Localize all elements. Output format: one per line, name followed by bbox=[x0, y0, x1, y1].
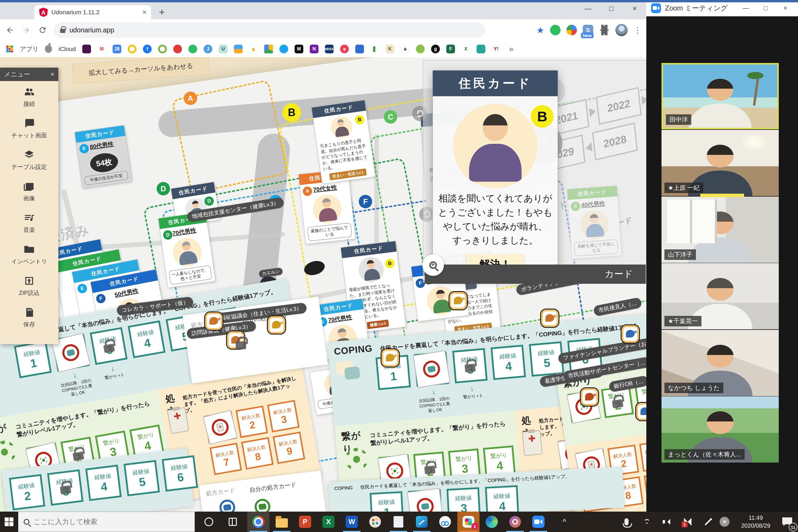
bookmark-j-icon[interactable]: J bbox=[204, 45, 212, 53]
exp-box-2[interactable]: 経験値2 bbox=[408, 489, 442, 512]
bookmark-m-icon[interactable]: M bbox=[294, 45, 303, 53]
tray-network[interactable] bbox=[638, 512, 656, 532]
kaiketsu-box-7[interactable]: 解決人数7 bbox=[209, 443, 242, 475]
exp-box-3[interactable]: 経験値3 bbox=[90, 327, 128, 365]
kaiketsu-box-8[interactable]: 解決人数8 bbox=[241, 437, 273, 470]
bookmark-bear-icon[interactable] bbox=[355, 45, 364, 53]
bookmark-f-icon[interactable]: F bbox=[446, 45, 455, 53]
resident-card-b1[interactable]: 住民カード B 引きこもりの息子と同居。自分が死んだら息子がどうなってしまうのか… bbox=[311, 100, 375, 184]
coping-token-chip[interactable] bbox=[407, 488, 443, 512]
maximize-button[interactable]: □ bbox=[600, 0, 623, 17]
exp-box-6[interactable]: 経験値6 bbox=[162, 455, 198, 492]
coping-token-chip[interactable] bbox=[413, 350, 450, 387]
menu-item-zip-load[interactable]: ZIP読込 bbox=[0, 270, 58, 302]
show-hidden-icons[interactable]: ^ bbox=[554, 512, 575, 532]
exp-box-4[interactable]: 経験値4 bbox=[85, 464, 121, 501]
bookmark-nikkei-icon[interactable]: NIKKEI bbox=[325, 45, 334, 53]
tray-dropbox[interactable]: 1 bbox=[679, 512, 697, 532]
bookmark-apps[interactable]: アプリ bbox=[20, 45, 38, 53]
exp-box-3[interactable]: 経験値3 bbox=[452, 348, 487, 383]
bookmark-analytics-icon[interactable]: ▮ bbox=[249, 45, 258, 53]
sticky-note[interactable]: 拡大してみる→カーソルをあわせる bbox=[72, 57, 210, 84]
bookmark-amazon-icon[interactable]: a bbox=[401, 45, 410, 53]
bookmark-coins-icon[interactable] bbox=[416, 45, 425, 53]
menu-item-save[interactable]: 保存 bbox=[0, 302, 58, 333]
exp-box-4[interactable]: 経験値4 bbox=[491, 345, 526, 380]
bookmark-slack-icon[interactable] bbox=[82, 45, 91, 53]
kaiketsu-box-9[interactable]: 解決人数9 bbox=[644, 472, 646, 504]
bookmark-urbolab-icon[interactable]: U bbox=[219, 45, 228, 53]
bookmark-g-icon[interactable]: g bbox=[431, 45, 440, 53]
s-extension-icon[interactable]: SNew bbox=[583, 25, 593, 35]
taskbar-powerpoint[interactable]: P bbox=[294, 512, 316, 532]
bookmark-star-icon[interactable]: ★ bbox=[536, 25, 544, 35]
bookmark-flower-icon[interactable] bbox=[173, 45, 182, 53]
zoom-in-button[interactable] bbox=[422, 254, 444, 276]
exp-box-1[interactable]: 経験値1 bbox=[369, 491, 404, 512]
notification-center[interactable]: 11 bbox=[778, 512, 797, 532]
menu-item-connect[interactable]: 接続 bbox=[0, 81, 58, 113]
tab-close-icon[interactable]: × bbox=[142, 8, 147, 16]
game-token[interactable] bbox=[381, 348, 400, 367]
taskbar-groove[interactable] bbox=[504, 512, 526, 532]
task-view-button[interactable] bbox=[222, 512, 244, 532]
game-token[interactable] bbox=[580, 387, 599, 406]
menu-close-icon[interactable]: × bbox=[51, 71, 54, 78]
udonarium-table[interactable]: 拡大してみる→カーソルをあわせる A B C D E F 2020 2021 2… bbox=[0, 57, 646, 512]
exp-box-4[interactable]: 経験値4 bbox=[485, 485, 519, 512]
zoom-titlebar[interactable]: Zoom ミーティング — □ × bbox=[646, 0, 798, 16]
bookmark-icloud[interactable]: iCloud bbox=[58, 45, 76, 53]
video-tile-tanaka[interactable]: 田中洋 bbox=[662, 63, 779, 129]
menu-item-chat[interactable]: チャット画面 bbox=[0, 113, 58, 144]
card-window-titlebar[interactable]: カード bbox=[425, 265, 646, 284]
bookmark-gmail-icon[interactable]: M bbox=[97, 45, 106, 53]
bookmark-line-icon[interactable] bbox=[158, 45, 167, 53]
exp-box-4[interactable]: 経験値4 bbox=[128, 320, 166, 358]
taskbar-zoom[interactable] bbox=[527, 512, 550, 532]
taskbar-whiteboard[interactable] bbox=[411, 512, 433, 532]
game-token[interactable] bbox=[267, 315, 286, 335]
bookmark-teacher-icon[interactable] bbox=[477, 45, 485, 53]
taskbar-edge[interactable] bbox=[481, 512, 503, 532]
resident-card-deck[interactable]: 住民カード E 80代男性 54枚 今後の生活が不安 bbox=[74, 125, 132, 188]
video-tile-mattokun[interactable]: まっとくん（佐々木将人... bbox=[662, 396, 779, 462]
resident-card-dialog[interactable]: 住民カード B 相談を聞いてくれてありが とうございました！もやも やしていた悩… bbox=[433, 70, 558, 279]
color-wheel-extension-icon[interactable] bbox=[566, 25, 577, 35]
video-tile-nakatsuchi[interactable]: なかつち しょうた bbox=[662, 330, 779, 396]
taskbar-snipping[interactable] bbox=[434, 512, 456, 532]
bookmark-calendar-icon[interactable]: 28 bbox=[113, 45, 121, 53]
minimize-button[interactable]: — bbox=[576, 0, 600, 17]
resident-card-d1[interactable]: 住民カード D 70代男性 一人暮らしなので、色々と不安 bbox=[158, 212, 215, 288]
video-tile-yamashita[interactable]: 山下洋子 bbox=[662, 196, 779, 263]
menu-item-music[interactable]: 音楽 bbox=[0, 207, 58, 239]
close-button[interactable]: × bbox=[623, 0, 646, 17]
kaiketsu-box-1[interactable]: 解決人数1 bbox=[204, 411, 236, 444]
refresh-icon[interactable] bbox=[37, 25, 48, 35]
forward-icon[interactable] bbox=[21, 25, 32, 35]
bookmark-loop-icon[interactable] bbox=[128, 45, 136, 53]
kaiketsu-box-3[interactable]: 解決人数3 bbox=[639, 440, 646, 472]
bookmark-x-icon[interactable]: X bbox=[461, 45, 470, 53]
taskbar-slack[interactable]: 1 bbox=[457, 512, 479, 532]
profile-avatar[interactable] bbox=[615, 24, 628, 36]
taskbar-paint[interactable] bbox=[364, 512, 386, 532]
back-icon[interactable] bbox=[5, 25, 15, 35]
tray-cast[interactable]: × bbox=[715, 512, 734, 532]
apps-grid-icon[interactable] bbox=[6, 45, 14, 53]
menu-item-images[interactable]: 画像 bbox=[0, 176, 58, 207]
bookmark-onenote-icon[interactable]: N bbox=[310, 45, 319, 53]
exp-box-2[interactable]: 経験値2 bbox=[9, 474, 45, 510]
tray-mic[interactable] bbox=[617, 512, 636, 532]
cortana-button[interactable] bbox=[198, 512, 220, 532]
bookmark-pocket-icon[interactable]: ∨ bbox=[340, 45, 349, 53]
exp-box-3[interactable]: 経験値3 bbox=[47, 469, 83, 506]
tray-volume[interactable] bbox=[658, 512, 677, 532]
taskbar-notepad[interactable] bbox=[387, 512, 410, 532]
kaiketsu-box-2[interactable]: 解決人数2 bbox=[236, 405, 268, 438]
game-token[interactable] bbox=[449, 291, 468, 310]
game-token[interactable] bbox=[621, 324, 640, 344]
taskbar-word[interactable]: W bbox=[341, 512, 363, 532]
start-button[interactable] bbox=[0, 512, 18, 532]
game-token[interactable] bbox=[226, 330, 245, 350]
game-token[interactable] bbox=[204, 311, 223, 331]
